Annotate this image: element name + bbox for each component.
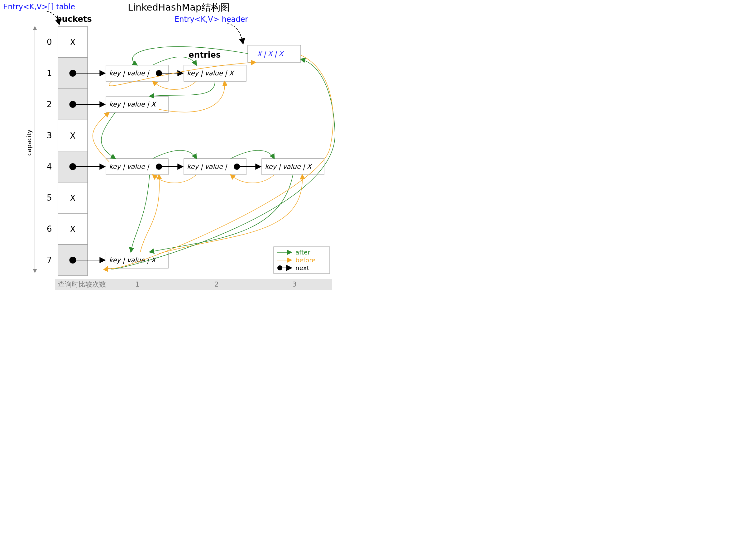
bucket-index: 2: [47, 100, 52, 109]
entry-node: key | value | X: [184, 65, 246, 81]
arrow: [231, 175, 274, 183]
legend-after: after: [295, 249, 310, 256]
legend-next: next: [295, 264, 309, 272]
bucket-dot: [69, 70, 76, 77]
entry-node: key | value |: [106, 159, 168, 175]
diagram-title: LinkedHashMap结构图: [128, 2, 230, 13]
arrow: [93, 113, 109, 162]
arrow: [131, 175, 150, 252]
footer-col-1: 1: [135, 280, 140, 288]
header-label: Entry<K,V> header: [175, 15, 248, 24]
entry-nodes: key | value | key | value | Xkey | value…: [106, 65, 324, 268]
entry-node: key | value |: [184, 159, 246, 175]
legend: after before next: [274, 247, 330, 274]
arrow: [101, 113, 115, 159]
table-label: Entry<K,V>[] table: [3, 2, 75, 11]
footer-col-3: 3: [292, 280, 297, 288]
entry-dot: [234, 164, 240, 170]
arrow: [153, 81, 196, 89]
entry-node: key | value | X: [106, 96, 168, 113]
entry-text: key | value | X: [187, 70, 235, 77]
entries-label: entries: [189, 50, 221, 60]
footer-label: 查询时比较次数: [58, 280, 106, 288]
entry-node: key | value |: [106, 65, 168, 81]
bucket-index: 7: [47, 256, 52, 265]
header-content: X | X | X: [257, 50, 285, 58]
entry-dot: [156, 70, 162, 76]
bucket-index: 6: [47, 224, 52, 234]
legend-before: before: [295, 257, 315, 264]
header-node: X | X | X: [248, 45, 301, 62]
arrow: [159, 175, 302, 254]
bucket-empty: X: [70, 225, 76, 234]
bucket-index: 5: [47, 193, 52, 203]
footer-bar: 查询时比较次数 1 2 3: [55, 279, 332, 290]
footer-col-2: 2: [214, 280, 219, 288]
svg-point-11: [277, 266, 282, 271]
arrow: [231, 151, 274, 159]
bucket-empty: X: [70, 194, 76, 203]
entry-dot: [156, 164, 162, 170]
arrow: [153, 151, 196, 159]
bucket-dot: [69, 163, 76, 170]
buckets-label: buckets: [56, 14, 92, 24]
entry-text: key | value | X: [109, 101, 157, 108]
bucket-empty: X: [70, 38, 76, 47]
arrow-to-header: [227, 24, 243, 44]
bucket-column: 0X123X45X6X7: [47, 26, 88, 276]
capacity-label: capacity: [25, 129, 33, 156]
bucket-dot: [69, 257, 76, 264]
arrow: [150, 175, 293, 252]
bucket-index: 4: [47, 162, 52, 171]
entry-text: key | value | X: [265, 163, 313, 170]
entry-text: key | value |: [109, 70, 150, 77]
bucket-dot: [69, 101, 76, 108]
bucket-index: 0: [47, 37, 52, 47]
arrow: [159, 81, 225, 112]
entry-node: key | value | X: [106, 252, 168, 268]
entry-node: key | value | X: [262, 159, 324, 175]
entry-text: key | value |: [109, 163, 150, 170]
bucket-empty: X: [70, 131, 76, 141]
bucket-index: 3: [47, 131, 52, 140]
bucket-index: 1: [47, 69, 52, 78]
entry-text: key | value |: [187, 163, 227, 170]
